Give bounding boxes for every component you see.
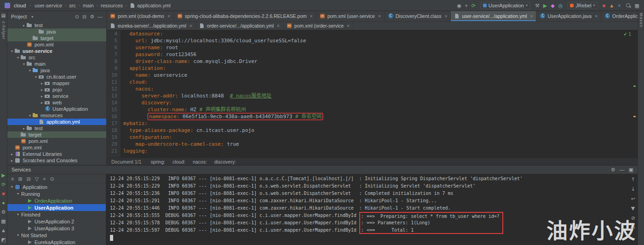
project-name[interactable]: cloud	[14, 3, 26, 8]
expand-all-icon[interactable]: ⊞	[18, 176, 22, 182]
project-tool-icon[interactable]: ▤	[1, 13, 6, 18]
detach-icon[interactable]: ×	[618, 3, 621, 8]
close-icon[interactable]: ×	[445, 14, 448, 19]
yaml-breadcrumb-item[interactable]: discovery:	[214, 159, 236, 165]
chevron-down-icon[interactable]: ▾	[9, 185, 15, 189]
yaml-breadcrumb-item[interactable]: nacos:	[193, 159, 207, 165]
coverage-icon[interactable]: ◎	[558, 3, 563, 8]
services-title[interactable]: Services	[12, 167, 31, 172]
yaml-breadcrumb-item[interactable]: spring:	[150, 159, 165, 165]
close-icon[interactable]: ×	[277, 23, 280, 28]
snapshot-tool-icon[interactable]: ◩	[1, 237, 6, 242]
project-tree-item[interactable]: ▸test	[7, 22, 106, 28]
debug-icon[interactable]: ◆	[551, 3, 554, 8]
project-tree-item[interactable]: java	[7, 28, 106, 35]
project-tree-item[interactable]: ▸web	[7, 99, 106, 106]
project-tree-item[interactable]: pom.xml	[7, 144, 106, 151]
breadcrumb-item[interactable]: user-service	[34, 3, 62, 8]
jrebel-select[interactable]: JRebel ▾	[567, 2, 598, 9]
filter-icon[interactable]: ▽	[35, 176, 39, 182]
project-tree-item[interactable]: UserApplication	[7, 106, 106, 112]
close-icon[interactable]: ×	[310, 14, 313, 19]
hide-panel-icon[interactable]: —	[98, 14, 103, 19]
project-tree-item[interactable]: ▸service	[7, 93, 106, 99]
project-tree-item[interactable]: ▾user-service	[7, 48, 106, 54]
run-config-select[interactable]: UserApplication ▾	[480, 2, 530, 9]
chevron-right-icon[interactable]: ▸	[21, 23, 27, 28]
locate-icon[interactable]: ⊙	[75, 14, 79, 19]
settings-tool-icon[interactable]: ⚙	[1, 209, 6, 215]
project-tree-item[interactable]: ▾resources	[7, 112, 106, 119]
service-item[interactable]: EurekaApplication	[7, 239, 106, 245]
close-icon[interactable]: ×	[378, 14, 381, 19]
collapse-all-icon[interactable]: ⊟	[27, 176, 31, 182]
close-icon[interactable]: ×	[190, 23, 192, 28]
close-icon[interactable]: ×	[347, 23, 350, 28]
chevron-right-icon[interactable]: ▸	[9, 159, 15, 163]
run-tool-icon[interactable]: ▶	[1, 172, 5, 178]
chevron-right-icon[interactable]: ▸	[39, 88, 45, 92]
project-tree-item[interactable]: ▾src	[7, 54, 106, 61]
left-tool-label[interactable]: c-helper	[1, 21, 6, 40]
search-icon[interactable]	[626, 3, 631, 8]
project-tree-item[interactable]: ▾java	[7, 67, 106, 74]
tool-windows-icon[interactable]: ▦	[635, 3, 639, 8]
layout-icon[interactable]: ▣	[629, 167, 633, 172]
chevron-down-icon[interactable]: ▾	[27, 114, 33, 118]
project-panel-title[interactable]: Project	[11, 14, 27, 19]
editor-tab[interactable]: order-service/.../application.yml×	[196, 22, 283, 30]
editor[interactable]: 4 datasource:5 url: jdbc:mysql://localho…	[107, 30, 638, 158]
services-tool-icon[interactable]: ⟳	[1, 182, 6, 187]
debug-tool-icon[interactable]: ●	[2, 200, 5, 205]
inspections-badge[interactable]: ✔ 1	[623, 32, 631, 37]
project-tree-item[interactable]: ▸pojo	[7, 86, 106, 93]
minimize-icon[interactable]: —	[620, 167, 625, 172]
chevron-down-icon[interactable]: ▾	[15, 233, 21, 237]
chevron-down-icon[interactable]: ▾	[465, 3, 468, 8]
service-item[interactable]: ▾Not Started	[7, 232, 106, 239]
project-tree-item[interactable]: pom.xml	[7, 41, 106, 48]
project-tree-item[interactable]: ▸Scratches and Consoles	[7, 157, 106, 164]
build-icon[interactable]: ⚒	[535, 3, 540, 8]
profiler-icon[interactable]: ▲	[609, 3, 614, 8]
service-item[interactable]: ▾Running	[7, 190, 106, 197]
chevron-down-icon[interactable]: ▾	[15, 212, 21, 217]
sync-icon[interactable]: ⟳	[472, 3, 476, 8]
chevron-down-icon[interactable]: ▾	[27, 68, 33, 73]
chevron-down-icon[interactable]: ▾	[15, 56, 21, 60]
collapse-all-icon[interactable]: ⊟	[82, 14, 86, 19]
user-menu-icon[interactable]: ◉	[457, 3, 462, 8]
editor-tab[interactable]: DiscoveryClient.class×	[385, 11, 451, 21]
settings-icon[interactable]: ⚙	[90, 14, 94, 19]
chevron-right-icon[interactable]: ▸	[9, 152, 15, 156]
editor-tab[interactable]: eureka-server/.../application.yml×	[107, 22, 196, 30]
view-options-icon[interactable]: ≡	[11, 176, 14, 182]
yaml-breadcrumb-item[interactable]: cloud:	[172, 159, 185, 165]
chevron-right-icon[interactable]: ▸	[39, 81, 45, 85]
project-tree-item[interactable]: ▸mapper	[7, 80, 106, 86]
service-item[interactable]: ▾Finished	[7, 211, 106, 218]
chevron-down-icon[interactable]: ▾	[21, 62, 27, 66]
editor-tab[interactable]: user-service/.../application.yml×	[451, 11, 536, 21]
grid-tool-icon[interactable]: ▦	[1, 218, 6, 224]
add-service-icon[interactable]: +	[43, 176, 46, 182]
service-item[interactable]: ▾Application	[7, 183, 106, 190]
scroll-to-end-icon[interactable]: ▼	[631, 206, 635, 211]
close-icon[interactable]: ×	[167, 14, 170, 19]
close-icon[interactable]: ×	[595, 14, 598, 19]
service-item[interactable]: OrderApplication	[7, 197, 106, 204]
chevron-right-icon[interactable]: ▸	[21, 126, 27, 131]
locate-icon[interactable]: ⊙	[50, 176, 54, 182]
project-tree-item[interactable]: ▾cn.itcast.user	[7, 74, 106, 80]
clear-console-icon[interactable]: ⊘	[631, 216, 635, 221]
project-tree-item[interactable]: application.yml	[7, 119, 106, 125]
editor-tab[interactable]: OrderApplication.java×	[601, 11, 638, 21]
project-tree-item[interactable]: pom.xml	[7, 138, 106, 144]
service-item[interactable]: UserApplication	[7, 204, 106, 211]
editor-tab[interactable]: spring-cloud-alibaba-dependencies-2.2.6.…	[174, 11, 316, 21]
scroll-up-icon[interactable]: ↑	[631, 177, 635, 182]
run-console[interactable]: 12-24 20:55:15:229 INFO 60367 --- [nio-8…	[106, 174, 638, 245]
project-tree-item[interactable]: ▸External Libraries	[7, 151, 106, 157]
breadcrumb-item[interactable]: main	[83, 3, 94, 8]
build-tool-icon[interactable]: ▲	[1, 228, 6, 233]
